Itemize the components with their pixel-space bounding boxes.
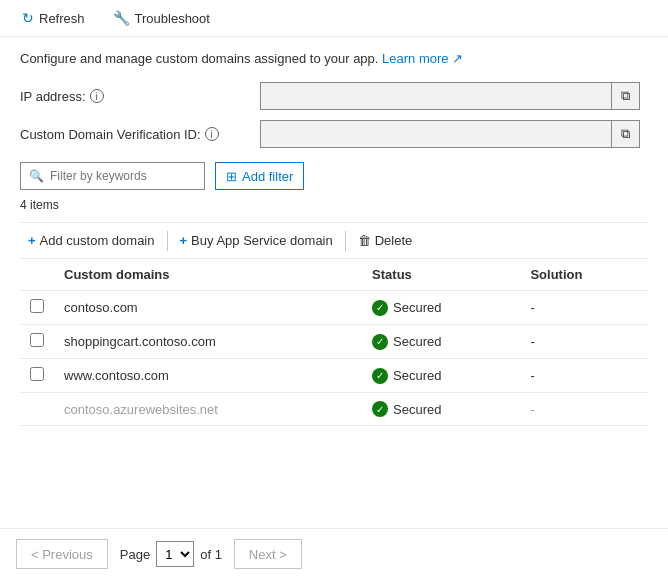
items-count-text: 4 items	[20, 198, 59, 212]
table-header-row: Custom domains Status Solution	[20, 259, 648, 291]
copy-icon-2: ⧉	[621, 126, 630, 142]
status-text: Secured	[393, 334, 441, 349]
row-checkbox-cell	[20, 393, 54, 426]
table-row: contoso.azurewebsites.net✓Secured-	[20, 393, 648, 426]
status-cell: ✓Secured	[362, 291, 520, 325]
secured-check-icon: ✓	[372, 401, 388, 417]
ip-address-input-wrapper: ⧉	[260, 82, 640, 110]
learn-more-link[interactable]: Learn more ↗	[382, 51, 463, 66]
items-count: 4 items	[20, 198, 648, 212]
status-secured: ✓Secured	[372, 334, 510, 350]
custom-domain-verification-label: Custom Domain Verification ID: i	[20, 127, 260, 142]
ip-address-row: IP address: i ⧉	[20, 82, 648, 110]
buy-app-service-domain-label: Buy App Service domain	[191, 233, 333, 248]
troubleshoot-icon: 🔧	[113, 10, 130, 26]
solution-cell: -	[520, 359, 648, 393]
status-text: Secured	[393, 368, 441, 383]
secured-check-icon: ✓	[372, 300, 388, 316]
refresh-label: Refresh	[39, 11, 85, 26]
status-cell: ✓Secured	[362, 359, 520, 393]
page-info: Page 1 of 1	[120, 541, 222, 567]
table-row: contoso.com✓Secured-	[20, 291, 648, 325]
custom-domain-copy-button[interactable]: ⧉	[611, 121, 639, 147]
domain-cell: contoso.azurewebsites.net	[54, 393, 362, 426]
column-header-solution: Solution	[520, 259, 648, 291]
filter-icon: ⊞	[226, 169, 237, 184]
status-text: Secured	[393, 402, 441, 417]
trash-icon: 🗑	[358, 233, 371, 248]
table-header-checkbox-cell	[20, 259, 54, 291]
external-link-icon: ↗	[452, 51, 463, 66]
custom-domain-label-text: Custom Domain Verification ID:	[20, 127, 201, 142]
solution-cell: -	[520, 393, 648, 426]
previous-button[interactable]: < Previous	[16, 539, 108, 569]
add-filter-label: Add filter	[242, 169, 293, 184]
filter-row: 🔍 ⊞ Add filter	[20, 162, 648, 190]
action-separator-1	[167, 231, 168, 251]
status-cell: ✓Secured	[362, 393, 520, 426]
page-select[interactable]: 1	[156, 541, 194, 567]
of-label-text: of 1	[200, 547, 222, 562]
buy-app-service-domain-button[interactable]: + Buy App Service domain	[172, 229, 341, 252]
description-text: Configure and manage custom domains assi…	[20, 51, 378, 66]
row-checkbox-cell	[20, 359, 54, 393]
custom-domain-input-wrapper: ⧉	[260, 120, 640, 148]
custom-domain-info-icon[interactable]: i	[205, 127, 219, 141]
secured-check-icon: ✓	[372, 334, 388, 350]
action-separator-2	[345, 231, 346, 251]
next-button[interactable]: Next >	[234, 539, 302, 569]
ip-address-info-icon[interactable]: i	[90, 89, 104, 103]
copy-icon: ⧉	[621, 88, 630, 104]
search-box: 🔍	[20, 162, 205, 190]
custom-domain-verification-row: Custom Domain Verification ID: i ⧉	[20, 120, 648, 148]
ip-address-label-text: IP address:	[20, 89, 86, 104]
domain-cell: www.contoso.com	[54, 359, 362, 393]
troubleshoot-label: Troubleshoot	[135, 11, 210, 26]
ip-address-label: IP address: i	[20, 89, 260, 104]
status-secured: ✓Secured	[372, 368, 510, 384]
add-filter-button[interactable]: ⊞ Add filter	[215, 162, 304, 190]
learn-more-label: Learn more	[382, 51, 448, 66]
custom-domain-input[interactable]	[261, 127, 611, 142]
plus-icon-1: +	[28, 233, 36, 248]
status-secured: ✓Secured	[372, 401, 510, 417]
status-secured: ✓Secured	[372, 300, 510, 316]
domain-table: Custom domains Status Solution contoso.c…	[20, 259, 648, 426]
add-custom-domain-button[interactable]: + Add custom domain	[20, 229, 163, 252]
page-label-text: Page	[120, 547, 150, 562]
description: Configure and manage custom domains assi…	[20, 51, 648, 66]
search-input[interactable]	[50, 169, 196, 183]
column-header-domain: Custom domains	[54, 259, 362, 291]
footer: < Previous Page 1 of 1 Next >	[0, 528, 668, 579]
table-row: shoppingcart.contoso.com✓Secured-	[20, 325, 648, 359]
ip-address-copy-button[interactable]: ⧉	[611, 83, 639, 109]
delete-button[interactable]: 🗑 Delete	[350, 229, 421, 252]
domain-cell: shoppingcart.contoso.com	[54, 325, 362, 359]
next-label: Next >	[249, 547, 287, 562]
solution-cell: -	[520, 325, 648, 359]
troubleshoot-button[interactable]: 🔧 Troubleshoot	[107, 6, 216, 30]
row-checkbox[interactable]	[30, 299, 44, 313]
search-icon: 🔍	[29, 169, 44, 183]
status-cell: ✓Secured	[362, 325, 520, 359]
table-row: www.contoso.com✓Secured-	[20, 359, 648, 393]
toolbar: ↻ Refresh 🔧 Troubleshoot	[0, 0, 668, 37]
action-bar: + Add custom domain + Buy App Service do…	[20, 222, 648, 259]
row-checkbox-cell	[20, 325, 54, 359]
delete-label: Delete	[375, 233, 413, 248]
previous-label: < Previous	[31, 547, 93, 562]
status-text: Secured	[393, 300, 441, 315]
row-checkbox-cell	[20, 291, 54, 325]
plus-icon-2: +	[180, 233, 188, 248]
secured-check-icon: ✓	[372, 368, 388, 384]
domain-cell: contoso.com	[54, 291, 362, 325]
solution-cell: -	[520, 291, 648, 325]
row-checkbox[interactable]	[30, 333, 44, 347]
refresh-icon: ↻	[22, 10, 34, 26]
ip-address-input[interactable]	[261, 89, 611, 104]
add-custom-domain-label: Add custom domain	[40, 233, 155, 248]
column-header-status: Status	[362, 259, 520, 291]
refresh-button[interactable]: ↻ Refresh	[16, 6, 91, 30]
row-checkbox[interactable]	[30, 367, 44, 381]
